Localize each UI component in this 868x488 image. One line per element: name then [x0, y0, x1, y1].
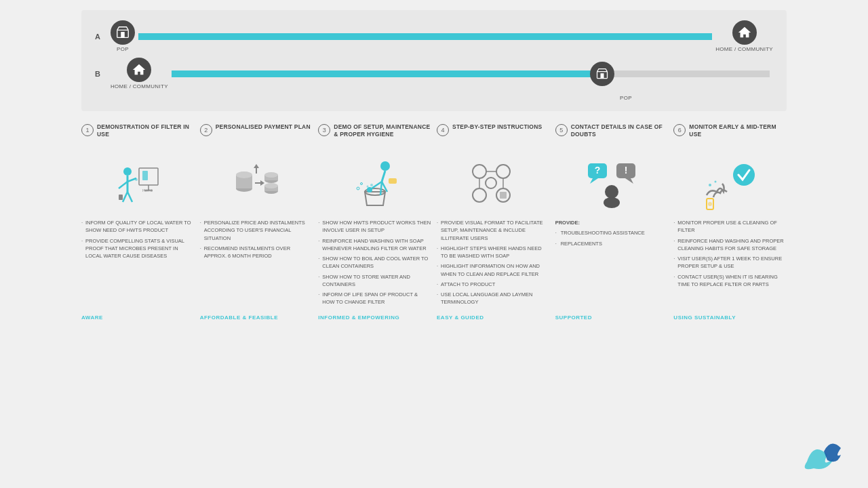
- timeline-end-a: HOME / COMMUNITY: [715, 20, 773, 52]
- svg-marker-31: [254, 164, 259, 168]
- home-label-a: HOME / COMMUNITY: [715, 46, 773, 52]
- svg-rect-10: [139, 168, 158, 185]
- step-header-5: 5 CONTACT DETAILS IN CASE OF DOUBTS: [555, 123, 669, 150]
- step-title-5: CONTACT DETAILS IN CASE OF DOUBTS: [571, 123, 669, 138]
- svg-line-34: [382, 171, 385, 182]
- step-icon-4: [437, 156, 550, 214]
- bullet-3-4: SHOW HOW TO STORE WATER AND CONTAINERS: [318, 273, 431, 289]
- step-col-4: 4 STEP-BY-STEP INSTRUCTIONS: [437, 123, 550, 321]
- svg-rect-41: [389, 178, 397, 184]
- svg-line-35: [372, 182, 382, 188]
- svg-point-38: [366, 185, 368, 187]
- bullet-4-5: USE LOCAL LANGUAGE AND LAYMEN TERMINOLOG…: [437, 291, 550, 306]
- step-number-3: 3: [318, 124, 330, 136]
- svg-point-36: [367, 187, 372, 192]
- timeline-bar-b: [172, 70, 770, 77]
- timeline-row-a: A POP: [95, 20, 773, 52]
- step-col-2: 2 PERSONALISED PAYMENT PLAN: [200, 123, 313, 321]
- bullet-4-1: PROVIDE VISUAL FORMAT TO FACILITATE SETU…: [437, 219, 550, 242]
- hygiene-demo-icon: [348, 158, 402, 212]
- bullet-4-4: ATTACH TO PRODUCT: [437, 281, 550, 288]
- timeline-bar-a: [138, 33, 712, 40]
- bullet-6-3: VISIT USER(S) AFTER 1 WEEK TO ENSURE PRO…: [673, 255, 787, 270]
- svg-point-46: [473, 188, 486, 202]
- step-icon-3: [318, 156, 431, 214]
- svg-line-9: [127, 192, 132, 202]
- timeline-section: A POP: [81, 10, 787, 111]
- bar-filled-b: [172, 70, 602, 77]
- svg-rect-56: [604, 197, 620, 208]
- step-category-1: AWARE: [81, 309, 195, 321]
- svg-point-65: [714, 180, 716, 182]
- bar-empty-b: [602, 70, 770, 77]
- demo-filter-icon: HWTS: [111, 158, 165, 212]
- bullet-3-3: SHOW HOW TO BOIL AND COOL WATER TO CLEAN…: [318, 255, 431, 270]
- svg-point-16: [135, 178, 138, 181]
- bullet-3-2: REINFORCE HAND WASHING WITH SOAP WHENEVE…: [318, 237, 431, 253]
- svg-text:!: !: [625, 165, 628, 176]
- svg-text:?: ?: [595, 165, 601, 176]
- step-category-2: AFFORDABLE & FEASIBLE: [200, 309, 313, 321]
- svg-point-45: [496, 165, 510, 178]
- svg-rect-15: [119, 195, 123, 200]
- step-category-5: SUPPORTED: [555, 309, 669, 321]
- bullet-4-3: HIGHLIGHT INFORMATION ON HOW AND WHEN TO…: [437, 262, 550, 278]
- step-icon-1: HWTS: [81, 156, 195, 214]
- bullet-5-1: TROUBLESHOOTING ASSISTANCE: [555, 229, 669, 237]
- bullet-2-1: PERSONALIZE PRICE AND INSTALMENTS ACCORD…: [200, 219, 313, 242]
- step-number-4: 4: [437, 124, 449, 136]
- svg-rect-21: [236, 182, 252, 188]
- bullet-2-2: RECOMMEND INSTALMENTS OVER APPROX. 6 MON…: [200, 245, 313, 260]
- instructions-icon: [466, 158, 520, 212]
- bullet-1-1: INFORM OF QUALITY OF LOCAL WATER TO SHOW…: [81, 219, 195, 235]
- svg-point-4: [123, 167, 132, 176]
- logo-area: [793, 434, 848, 478]
- step-number-5: 5: [555, 124, 568, 136]
- svg-rect-1: [121, 32, 125, 37]
- bullet-5-2: REPLACEMENTS: [555, 240, 669, 247]
- step-title-1: DEMONSTRATION OF FILTER IN USE: [97, 123, 195, 138]
- step-title-4: STEP-BY-STEP INSTRUCTIONS: [452, 123, 542, 131]
- step-header-2: 2 PERSONALISED PAYMENT PLAN: [200, 123, 313, 150]
- step-bullets-3: SHOW HOW HWTS PRODUCT WORKS THEN INVOLVE…: [318, 219, 431, 309]
- svg-point-19: [236, 171, 252, 178]
- svg-marker-61: [625, 178, 633, 184]
- timeline-start-b: HOME / COMMUNITY: [111, 58, 168, 89]
- step-col-3: 3 DEMO OF SETUP, MAINTENANCE & PROPER HY…: [318, 123, 431, 321]
- step-bullets-5: PROVIDE: TROUBLESHOOTING ASSISTANCE REPL…: [555, 219, 669, 250]
- bullet-1-2: PROVIDE COMPELLING STATS & VISUAL PROOF …: [81, 237, 195, 260]
- svg-point-29: [264, 183, 278, 188]
- step-title-2: PERSONALISED PAYMENT PLAN: [216, 123, 311, 131]
- monitor-use-icon: [703, 158, 757, 212]
- svg-line-8: [123, 192, 127, 202]
- bullet-3-5: INFORM OF LIFE SPAN OF PRODUCT & HOW TO …: [318, 291, 431, 306]
- home-label-b: HOME / COMMUNITY: [111, 83, 168, 89]
- step-number-2: 2: [200, 124, 212, 136]
- svg-rect-3: [600, 73, 604, 78]
- svg-point-55: [605, 185, 618, 199]
- svg-line-6: [119, 182, 127, 188]
- svg-text:HWTS: HWTS: [142, 188, 153, 192]
- company-logo: [793, 434, 848, 475]
- pop-label-a: POP: [117, 46, 129, 52]
- pop-icon-b-mid: [590, 62, 614, 86]
- bullet-3-1: SHOW HOW HWTS PRODUCT WORKS THEN INVOLVE…: [318, 219, 431, 235]
- svg-point-48: [486, 178, 496, 188]
- svg-line-39: [380, 182, 382, 195]
- svg-marker-23: [260, 180, 264, 186]
- step-header-3: 3 DEMO OF SETUP, MAINTENANCE & PROPER HY…: [318, 123, 431, 150]
- step-bullets-2: PERSONALIZE PRICE AND INSTALMENTS ACCORD…: [200, 219, 313, 262]
- step-category-6: USING SUSTAINABLY: [673, 309, 787, 321]
- step-bullets-1: INFORM OF QUALITY OF LOCAL WATER TO SHOW…: [81, 219, 195, 262]
- timeline-label-b: B: [95, 70, 105, 78]
- bullet-6-2: REINFORCE HAND WASHING AND PROPER CLEANI…: [673, 237, 787, 253]
- pop-label-b: POP: [95, 94, 773, 101]
- svg-point-26: [264, 172, 278, 178]
- svg-point-42: [357, 187, 359, 190]
- step-icon-5: ? !: [555, 156, 669, 214]
- step-icon-6: [673, 156, 787, 214]
- step-number-1: 1: [81, 124, 94, 136]
- svg-point-44: [473, 165, 486, 178]
- timeline-row-b: B HOME / COMMUNITY: [95, 58, 773, 89]
- main-container: A POP: [0, 0, 868, 488]
